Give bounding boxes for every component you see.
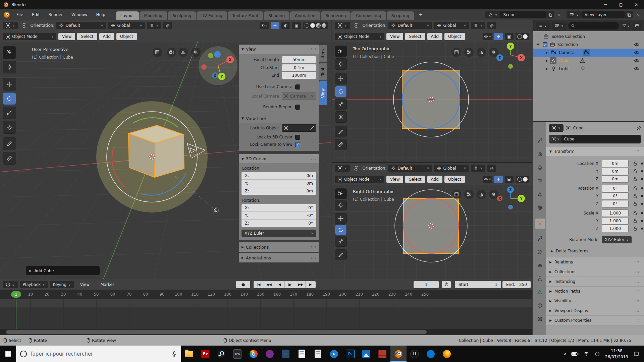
jump-to-end-button[interactable]: ▶| [306,281,316,288]
section-motion-paths[interactable]: ▶Motion Paths∷∷ [546,287,644,296]
section-custom-properties[interactable]: ▶Custom Properties∷∷ [546,316,644,325]
sidebar-tab-view[interactable]: View [319,81,327,105]
editor-type-button[interactable]: ∨ [335,22,350,29]
viewport-top-canvas[interactable]: Y X Z Top Orthographic (1) Collection | … [332,42,532,162]
outliner-filter-type-dropdown[interactable]: ∨ [552,22,567,29]
playback-menu[interactable]: Playback∨ [20,281,48,288]
value-field[interactable]: 0° [602,192,629,200]
cursor-rot-z[interactable]: Z:0° [241,220,316,227]
tab-particles[interactable] [535,247,545,257]
tool-select-box[interactable] [335,188,347,199]
current-frame-indicator[interactable]: 1 [11,291,21,298]
show-gizmo-icon[interactable]: ✛ [271,22,279,29]
viewport-pan-icon[interactable] [477,48,486,57]
volume-icon[interactable] [594,351,600,357]
taskbar-file-explorer[interactable] [181,346,197,362]
viewport-right-canvas[interactable]: Z Y X Right Orthographic (1) Collection … [332,185,532,279]
view-object-types-dropdown[interactable]: ∨ [260,22,269,29]
keyframe-dot-icon[interactable]: ● [641,162,643,165]
microphone-icon[interactable] [171,351,177,357]
viewport-camera-icon[interactable] [464,190,474,199]
taskbar-documents-app[interactable] [310,346,326,362]
tab-render[interactable] [535,149,545,159]
focal-length-field[interactable]: 50mm [282,56,316,63]
expand-icon[interactable]: ▼ [533,43,543,46]
expand-icon[interactable]: ▶ [533,67,548,70]
taskbar-notepad[interactable] [294,346,310,362]
tool-cursor[interactable] [335,200,347,210]
play-reverse-button[interactable]: ◀ [274,281,285,288]
pin-icon[interactable] [637,126,641,130]
value-field[interactable]: 0m [602,160,629,167]
maximize-button[interactable]: ▢ [613,0,629,9]
view-object-types-dropdown[interactable]: ∨ [483,33,492,40]
clip-start-field[interactable]: 0.1m [282,64,316,71]
taskbar-filezilla[interactable]: Fz [197,346,213,362]
taskbar-blender-active[interactable] [390,346,407,362]
panel-collections-header[interactable]: ▶Collections∷∷ [239,242,319,252]
menu-render[interactable]: Render [44,12,67,17]
taskbar-photoshop[interactable]: Ps [342,346,358,362]
lock-3d-cursor-checkbox[interactable] [295,135,300,140]
cursor-rotation-mode-dropdown[interactable]: XYZ Euler∨ [241,230,316,237]
battery-icon[interactable] [571,351,579,357]
tab-layout[interactable]: Layout [116,11,139,20]
next-keyframe-button[interactable]: ▶◆ [295,281,306,288]
timeline-tracks[interactable] [0,299,532,329]
tool-annotate[interactable] [3,137,16,150]
outliner-row-light[interactable]: ▶ Light [533,65,644,73]
scene-name-field[interactable]: Scene [500,11,546,18]
tab-physics[interactable] [535,260,545,270]
lock-icon[interactable] [633,210,638,216]
shading-solid-icon[interactable] [523,177,528,182]
viewport-zoom-icon[interactable] [489,190,498,199]
action-center-icon[interactable] [633,351,639,357]
clip-end-field[interactable]: 1000m [282,72,316,79]
menu-edit[interactable]: Edit [28,12,44,17]
tab-texture-paint[interactable]: Texture Paint [228,11,263,20]
menu-view-3d[interactable]: View [386,33,403,40]
scrollbar-thumb[interactable] [6,330,427,334]
start-frame-field[interactable]: Start:1 [455,281,501,288]
section-instancing[interactable]: ▶Instancing∷∷ [546,277,644,287]
snapping-dropdown[interactable]: ∨ [147,22,161,29]
tool-rotate[interactable] [3,92,16,105]
shading-wireframe-icon[interactable] [305,23,309,28]
new-collection-icon[interactable] [633,22,641,29]
transform-space-dropdown[interactable]: Global∨ [434,165,469,172]
proportional-editing-icon[interactable]: ◎ [487,165,496,172]
tab-tool[interactable] [535,135,545,145]
keyframe-dot-icon[interactable]: ● [641,187,643,190]
jump-to-start-button[interactable]: |◀ [254,281,264,288]
xray-toggle-icon[interactable]: ▣ [505,176,514,183]
shading-wireframe-icon[interactable] [517,34,522,39]
tab-output[interactable] [535,162,545,172]
eyedropper-icon[interactable] [310,126,314,130]
tool-rotate[interactable] [335,86,347,97]
prev-keyframe-button[interactable]: ◆◀ [264,281,274,288]
tool-rotate[interactable] [335,225,347,235]
view-lock-header[interactable]: ▼View Lock [239,114,319,123]
pivot-dropdown[interactable]: Default∨ [388,165,432,172]
viewport-grid-icon[interactable] [452,190,461,199]
pivot-dropdown[interactable]: Default∨ [388,22,432,29]
section-collections[interactable]: ▶Collections∷∷ [546,267,644,277]
viewport-main-canvas[interactable]: X Z Y User Perspective (1) Collection | … [0,42,331,279]
lock-icon[interactable] [633,169,638,174]
tab-scripting[interactable]: Scripting [387,11,414,20]
record-button[interactable]: ● [236,281,250,288]
tab-object-data[interactable] [535,287,545,297]
delta-transform-header[interactable]: ▶Delta Transform [546,246,644,256]
tab-material[interactable] [535,300,545,310]
keyframe-dot-icon[interactable]: ● [641,219,643,222]
play-button[interactable]: ▶ [285,281,295,288]
lock-to-object-field[interactable] [282,124,316,132]
outliner-search-input[interactable] [568,22,619,29]
taskbar-steam[interactable] [213,346,229,362]
tool-annotate[interactable] [335,126,347,137]
keying-menu[interactable]: Keying∨ [50,281,74,288]
timeline-marker-menu[interactable]: Marker [96,282,118,287]
proportional-editing-icon[interactable]: ◎ [163,22,172,29]
use-preview-range-icon[interactable] [442,281,451,288]
lock-icon[interactable] [633,186,638,191]
